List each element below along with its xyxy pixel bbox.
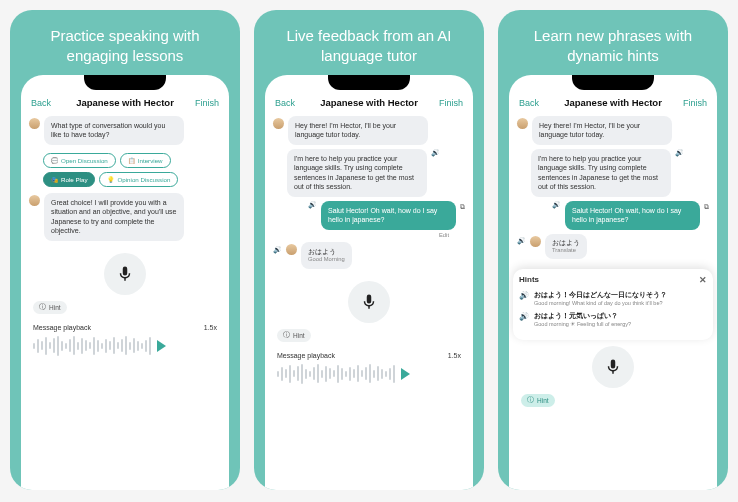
chat-icon: 💬 [51,157,58,164]
phone-notch [572,75,654,90]
user-message: Salut Hector! Oh wait, how do I say hell… [321,201,456,230]
back-button[interactable]: Back [31,98,65,108]
tutor-message-row: Hey there! I'm Hector, I'll be your lang… [515,116,711,145]
hint-button[interactable]: ⓘHint [277,329,311,342]
phone-notch [84,75,166,90]
copy-icon[interactable]: ⧉ [704,203,709,210]
info-icon: ⓘ [283,331,290,340]
masks-icon: 🎭 [51,176,58,183]
phone-frame: Back Japanese with Hector Finish Hey the… [265,75,473,490]
nav-bar: Back Japanese with Hector Finish [515,93,711,116]
clipboard-icon: 📋 [128,157,135,164]
hint-item[interactable]: 🔊 おはよう！元気いっぱい？ Good morning ☀ Feeling fu… [519,311,707,327]
hint-row: ⓘHint [271,327,467,344]
finish-button[interactable]: Finish [673,98,707,108]
headline: Learn new phrases with dynamic hints [504,20,722,75]
hints-title: Hints [519,275,539,284]
speaker-icon[interactable]: 🔊 [308,201,317,208]
tutor-message-row: I'm here to help you practice your langu… [271,149,467,197]
play-icon[interactable] [401,368,410,380]
finish-button[interactable]: Finish [185,98,219,108]
playback-speed[interactable]: 1.5x [448,352,461,359]
nav-bar: Back Japanese with Hector Finish [27,93,223,116]
hint-row: ⓘHint [515,392,711,409]
page-title: Japanese with Hector [320,97,418,108]
nav-bar: Back Japanese with Hector Finish [271,93,467,116]
tutor-message: I'm here to help you practice your langu… [531,149,671,197]
mic-area [27,253,223,295]
tutor-message: Great choice! I will provide you with a … [44,193,184,241]
translate-button[interactable]: Translate [552,247,580,255]
chip-opinion-discussion[interactable]: 💡Opinion Discussion [99,172,178,187]
tutor-message-row: 🔊 おはよう Good Morning [271,242,467,269]
speaker-icon[interactable]: 🔊 [519,291,529,300]
user-message-row: 🔊 Salut Hector! Oh wait, how do I say he… [271,201,467,230]
promo-panel-2: Live feedback from an AI language tutor … [254,10,484,490]
copy-icon[interactable]: ⧉ [460,203,465,210]
speaker-icon[interactable]: 🔊 [519,312,529,321]
waveform[interactable] [33,335,217,357]
hint-jp: おはよう！今日はどんな一日になりそう？ [534,290,667,300]
info-icon: ⓘ [527,396,534,405]
mic-area [515,346,711,388]
tutor-avatar [29,118,40,129]
tutor-avatar [273,118,284,129]
tutor-message-row: Hey there! I'm Hector, I'll be your lang… [271,116,467,145]
chip-open-discussion[interactable]: 💬Open Discussion [43,153,116,168]
headline: Practice speaking with engaging lessons [16,20,234,75]
translation-text: Good Morning [308,256,345,264]
playback-speed[interactable]: 1.5x [204,324,217,331]
back-button[interactable]: Back [275,98,309,108]
hint-button[interactable]: ⓘHint [521,394,555,407]
edit-button[interactable]: Edit [439,232,449,238]
speaker-icon[interactable]: 🔊 [431,149,440,156]
microphone-icon [604,358,622,376]
hint-en: Good morning! What kind of day do you th… [534,300,667,306]
tutor-message-row: 🔊 おはよう Translate [515,234,711,259]
playback-label: Message playback [277,352,335,359]
playback-section: Message playback 1.5x [271,344,467,385]
tutor-message-row: I'm here to help you practice your langu… [515,149,711,197]
speaker-icon[interactable]: 🔊 [675,149,684,156]
headline: Live feedback from an AI language tutor [260,20,478,75]
mic-area [271,281,467,323]
tutor-reply: おはよう Translate [545,234,587,259]
tutor-message: Hey there! I'm Hector, I'll be your lang… [288,116,428,145]
waveform[interactable] [277,363,461,385]
promo-panel-3: Learn new phrases with dynamic hints Bac… [498,10,728,490]
chat-area: Hey there! I'm Hector, I'll be your lang… [271,116,467,273]
microphone-icon [116,265,134,283]
speaker-icon[interactable]: 🔊 [273,246,282,253]
page-title: Japanese with Hector [564,97,662,108]
page-title: Japanese with Hector [76,97,174,108]
playback-label: Message playback [33,324,91,331]
play-icon[interactable] [157,340,166,352]
bulb-icon: 💡 [107,176,114,183]
hints-card: Hints ✕ 🔊 おはよう！今日はどんな一日になりそう？ Good morni… [513,269,713,340]
chip-role-play[interactable]: 🎭Role Play [43,172,95,187]
hint-en: Good morning ☀ Feeling full of energy? [534,321,631,327]
tutor-message: What type of conversation would you like… [44,116,184,145]
tutor-avatar [517,118,528,129]
microphone-button[interactable] [348,281,390,323]
speaker-icon[interactable]: 🔊 [552,201,561,208]
chat-area: Hey there! I'm Hector, I'll be your lang… [515,116,711,263]
close-icon[interactable]: ✕ [699,275,707,285]
hint-item[interactable]: 🔊 おはよう！今日はどんな一日になりそう？ Good morning! What… [519,290,707,306]
tutor-avatar [530,236,541,247]
back-button[interactable]: Back [519,98,553,108]
tutor-reply: おはよう Good Morning [301,242,352,269]
finish-button[interactable]: Finish [429,98,463,108]
speaker-icon[interactable]: 🔊 [517,237,526,244]
edit-row: Edit [271,232,467,238]
chip-interview[interactable]: 📋Interview [120,153,171,168]
tutor-message-row: Great choice! I will provide you with a … [27,193,223,241]
microphone-button[interactable] [592,346,634,388]
promo-panel-1: Practice speaking with engaging lessons … [10,10,240,490]
jp-text: おはよう [308,247,345,256]
hint-jp: おはよう！元気いっぱい？ [534,311,631,321]
hint-button[interactable]: ⓘHint [33,301,67,314]
microphone-button[interactable] [104,253,146,295]
jp-text: おはよう [552,238,580,247]
tutor-message-row: What type of conversation would you like… [27,116,223,145]
